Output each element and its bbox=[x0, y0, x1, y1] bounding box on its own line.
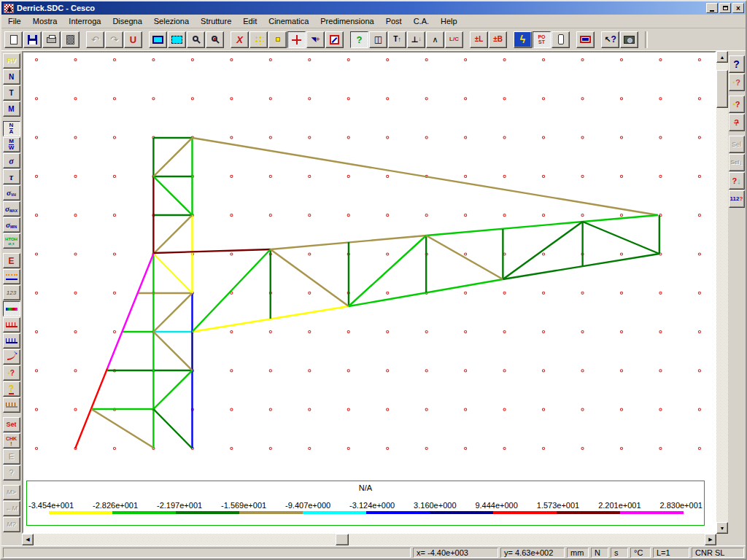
window-title: Derrick.SDC - Cesco bbox=[17, 4, 706, 12]
node-tool-button[interactable] bbox=[268, 31, 287, 48]
diagram-line-button[interactable] bbox=[3, 269, 20, 284]
horizontal-scrollbar[interactable]: ◀ ▶ bbox=[22, 534, 716, 545]
menu-mostra[interactable]: Mostra bbox=[27, 15, 63, 27]
grid-toggle-button[interactable] bbox=[287, 31, 306, 48]
query-point-button[interactable]: ·? bbox=[729, 74, 745, 91]
menu-predimensiona[interactable]: Predimensiona bbox=[314, 15, 379, 27]
add-node-button[interactable]: ◥+ bbox=[306, 31, 325, 48]
load-case-button[interactable]: L/C bbox=[445, 31, 463, 48]
eta-sigma-tau-button[interactable]: ΗΤΟΗσ,τ bbox=[3, 233, 20, 249]
query-down-button[interactable]: ?↓ bbox=[729, 172, 745, 190]
vertical-scroll-thumb[interactable] bbox=[716, 70, 728, 108]
context-help-button[interactable]: ↖? bbox=[601, 31, 619, 48]
help-button[interactable]: ? bbox=[729, 55, 745, 73]
new-file-button[interactable] bbox=[4, 31, 23, 48]
sigma-min-button[interactable]: σMIN bbox=[3, 217, 20, 233]
sel-button[interactable]: Sel bbox=[729, 136, 745, 153]
ruler-hth-button[interactable] bbox=[3, 333, 20, 349]
menu-strutture[interactable]: Strutture bbox=[195, 15, 237, 27]
vertical-scroll-track[interactable] bbox=[716, 63, 728, 522]
menu-cinematica[interactable]: Cinematica bbox=[263, 15, 314, 27]
menu-file[interactable]: File bbox=[2, 15, 27, 27]
scroll-up-button[interactable]: ▲ bbox=[716, 51, 728, 63]
n-over-a-button[interactable]: NA bbox=[3, 121, 20, 136]
horizontal-scroll-track[interactable] bbox=[34, 534, 705, 545]
close-button[interactable]: × bbox=[732, 3, 744, 13]
tau-button[interactable]: τ bbox=[3, 169, 20, 184]
sigma-vh-button[interactable]: σVH bbox=[3, 185, 20, 201]
horizontal-scroll-thumb[interactable] bbox=[336, 534, 349, 545]
sigma-max-button[interactable]: σMAX bbox=[3, 201, 20, 217]
grid-dot bbox=[74, 253, 77, 255]
grid-dot bbox=[347, 331, 349, 333]
query-node-button[interactable]: ▪? bbox=[729, 96, 745, 113]
axial-n-button[interactable]: N bbox=[3, 69, 20, 85]
sigma-button[interactable]: σ bbox=[3, 153, 20, 168]
sel-down-button[interactable]: Sel↓ bbox=[729, 154, 745, 171]
drawing-canvas[interactable]: N/A -3.454e+001-2.826e+001-2.197e+001-1.… bbox=[22, 51, 716, 534]
truss-roof-button[interactable]: ∧ bbox=[426, 31, 444, 48]
moment-m-button[interactable]: M bbox=[3, 101, 20, 117]
query-mode-button[interactable]: ? bbox=[350, 31, 368, 48]
scroll-left-button[interactable]: ◀ bbox=[22, 534, 34, 545]
legend-value: -3.124e+000 bbox=[349, 501, 395, 510]
draw-element-button[interactable] bbox=[325, 31, 344, 48]
curve-query-button[interactable] bbox=[3, 349, 20, 365]
menu-post[interactable]: Post bbox=[380, 15, 408, 27]
ruler-red-button[interactable] bbox=[3, 317, 20, 332]
zoom-in-button[interactable] bbox=[187, 31, 205, 48]
node-query-button[interactable]: ▪? bbox=[3, 365, 20, 381]
numbering-button[interactable]: 123 bbox=[3, 285, 20, 300]
rv-button[interactable]: RV bbox=[3, 53, 20, 69]
e-grey-button[interactable]: E bbox=[3, 449, 20, 464]
menu-seleziona[interactable]: Seleziona bbox=[148, 15, 195, 27]
m-query-button[interactable]: M? bbox=[3, 517, 20, 532]
menu-ca[interactable]: C.A. bbox=[408, 15, 435, 27]
plot-button[interactable] bbox=[61, 31, 80, 48]
menu-help[interactable]: Help bbox=[435, 15, 463, 27]
vertical-scrollbar[interactable]: ▲ ▼ bbox=[716, 51, 728, 534]
m-over-w-button[interactable]: MW bbox=[3, 137, 20, 152]
m-next-button[interactable]: M> bbox=[3, 485, 20, 500]
ruler-arrow-button[interactable] bbox=[3, 397, 20, 413]
section-button[interactable]: ◫ bbox=[369, 31, 387, 48]
page-view-button[interactable] bbox=[551, 31, 570, 48]
redo-button[interactable]: ↷ bbox=[105, 31, 123, 48]
save-file-button[interactable] bbox=[23, 31, 42, 48]
m-prev-button[interactable]: ←M bbox=[3, 501, 20, 516]
help-grey-button[interactable]: ? bbox=[3, 465, 20, 481]
numeric-display-button[interactable] bbox=[576, 31, 595, 48]
shear-t-button[interactable]: T bbox=[3, 85, 20, 101]
value-query-button[interactable]: ? bbox=[3, 381, 20, 397]
menu-edit[interactable]: Edit bbox=[237, 15, 263, 27]
menu-interroga[interactable]: Interroga bbox=[63, 15, 107, 27]
plus-minus-b-button[interactable]: ±B bbox=[489, 31, 507, 48]
scroll-down-button[interactable]: ▼ bbox=[716, 522, 728, 534]
fit-screen-button[interactable] bbox=[149, 31, 167, 48]
solve-button[interactable]: ϟ bbox=[514, 31, 532, 48]
plus-minus-l-button[interactable]: ±L bbox=[470, 31, 488, 48]
menu-disegna[interactable]: Disegna bbox=[107, 15, 147, 27]
e-modulus-button[interactable]: E bbox=[3, 253, 20, 268]
renumber-button[interactable]: 112? bbox=[729, 190, 745, 208]
grid-dot bbox=[113, 447, 115, 449]
load-button[interactable]: T↑ bbox=[388, 31, 406, 48]
scroll-right-button[interactable]: ▶ bbox=[705, 534, 716, 545]
zoom-extents-button[interactable] bbox=[168, 31, 186, 48]
snap-points-button[interactable] bbox=[249, 31, 268, 48]
support-button[interactable]: ⊥↓ bbox=[407, 31, 425, 48]
query-member-button[interactable]: ? bbox=[729, 114, 745, 131]
print-button[interactable] bbox=[42, 31, 61, 48]
check-button[interactable]: CHK! bbox=[3, 433, 20, 448]
units-button[interactable]: U bbox=[124, 31, 142, 48]
snapshot-button[interactable] bbox=[620, 31, 638, 48]
restore-button[interactable] bbox=[719, 3, 731, 13]
color-map-button[interactable] bbox=[3, 301, 20, 316]
delete-entity-button[interactable]: X bbox=[231, 31, 249, 48]
set-button[interactable]: Set bbox=[3, 417, 20, 432]
minimize-button[interactable] bbox=[706, 3, 718, 13]
zoom-window-button[interactable] bbox=[206, 31, 224, 48]
sel-down-icon: ↓ bbox=[739, 160, 743, 166]
post-processor-button[interactable]: POST bbox=[533, 31, 551, 48]
undo-button[interactable]: ↶ bbox=[86, 31, 104, 48]
